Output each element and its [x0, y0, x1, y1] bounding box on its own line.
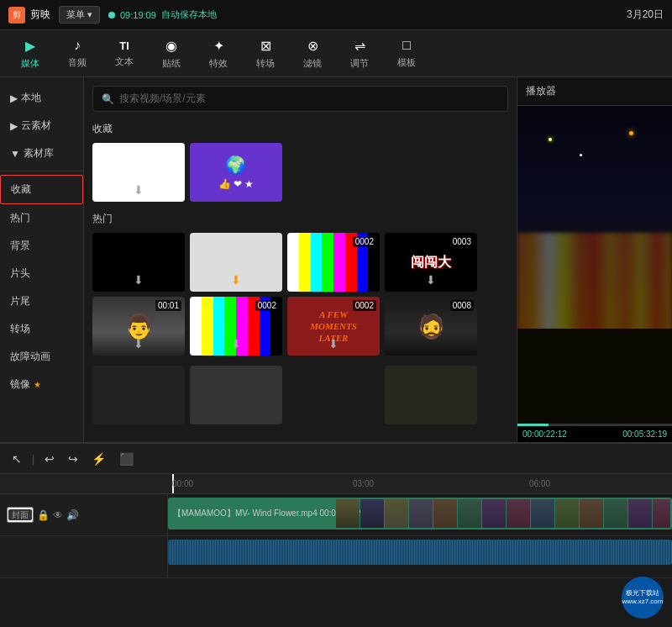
list-item[interactable]: ⬇	[92, 143, 185, 202]
audio-clip[interactable]	[168, 540, 672, 565]
track-volume-icon[interactable]: 🔊	[66, 509, 79, 521]
timeline-area: ↖ | ↩ ↪ ⚡ ⬛ 00:00 03:00 06:00 封面 🔒 👁 🔊	[0, 442, 672, 627]
tool-adjust-label: 调节	[350, 57, 369, 70]
undo-button[interactable]: ↩	[41, 450, 58, 467]
list-item[interactable]	[385, 366, 477, 424]
item-thumbnail	[287, 366, 380, 424]
preview-title: 播放器	[517, 77, 672, 106]
video-clip[interactable]: 【MAMAMOO】MV- Wind Flower.mp4 00:05:32:19	[168, 498, 672, 530]
tool-effects-label: 特效	[209, 57, 228, 70]
redo-button[interactable]: ↪	[65, 450, 81, 467]
tool-effects[interactable]: ✦ 特效	[197, 34, 240, 74]
track-cover-button[interactable]: 封面	[7, 507, 34, 523]
sidebar-local-label: 本地	[21, 91, 41, 105]
header-date: 3月20日	[627, 8, 664, 22]
item-thumbnail	[92, 366, 185, 424]
sidebar: ▶ 本地 ▶ 云素材 ▼ 素材库 收藏 热门 背景 片头 片尾 转场	[0, 77, 84, 442]
sidebar-item-fault-anim[interactable]: 故障动画	[0, 343, 83, 371]
sidebar-hot-label: 热门	[10, 211, 30, 225]
list-item[interactable]: 👨 00:01 ⬇	[92, 297, 185, 356]
list-item[interactable]	[287, 366, 380, 424]
more-grid	[92, 366, 508, 424]
time-badge: 0003	[450, 236, 474, 247]
sidebar-item-intro[interactable]: 片头	[0, 260, 83, 287]
tool-audio[interactable]: ♪ 音频	[55, 34, 99, 74]
tool-transition-label: 转场	[256, 57, 275, 70]
tool-transition[interactable]: ⊠ 转场	[244, 34, 287, 74]
tool-text[interactable]: TI 文本	[102, 34, 146, 74]
list-item[interactable]: 0002 ⬇	[190, 297, 282, 356]
menu-chevron-icon: ▾	[87, 9, 92, 20]
track-eye-icon[interactable]: 👁	[53, 509, 63, 521]
tool-adjust[interactable]: ⇌ 调节	[338, 34, 381, 74]
search-bar[interactable]: 🔍 搜索视频/场景/元素	[92, 86, 508, 112]
header: 剪 剪映 菜单 ▾ 09:19:09 自动保存本地 3月20日	[0, 0, 672, 30]
status-time: 09:19:09	[120, 10, 156, 20]
sidebar-item-library[interactable]: ▼ 素材库	[0, 140, 83, 167]
time-badge: 00:01	[155, 300, 181, 311]
favorites-grid: ⬇ 🌍 👍 ❤ ★	[92, 143, 508, 202]
time-badge: 0002	[255, 300, 279, 311]
sidebar-item-outro[interactable]: 片尾	[0, 287, 83, 315]
track-icons: 封面 🔒 👁 🔊	[7, 507, 79, 523]
list-item[interactable]: ⬇	[92, 233, 185, 292]
cursor-tool-button[interactable]: ↖	[8, 450, 25, 467]
timeline-controls: ↖ | ↩ ↪ ⚡ ⬛	[0, 444, 672, 474]
status-text: 自动保存本地	[161, 8, 217, 21]
adjust-icon: ⇌	[354, 38, 365, 54]
download-icon: ⬇	[134, 183, 144, 197]
trim-button[interactable]: ⬛	[116, 450, 137, 467]
content-panel: 🔍 搜索视频/场景/元素 收藏 ⬇ 🌍 👍 ❤ ★ 热门	[84, 77, 517, 442]
list-item[interactable]	[190, 366, 282, 424]
tool-sticker[interactable]: ◉ 贴纸	[150, 34, 193, 74]
list-item[interactable]: 闯闯大 0003 ⬇	[385, 233, 477, 292]
sidebar-item-background[interactable]: 背景	[0, 232, 83, 260]
sidebar-item-mirror[interactable]: 镜像 ★	[0, 371, 83, 398]
tool-template[interactable]: □ 模板	[385, 34, 428, 74]
logo-area: 剪 剪映	[8, 7, 50, 24]
time-badge: 0002	[353, 300, 376, 311]
ruler-mark-6: 06:00	[529, 479, 550, 488]
tool-text-label: 文本	[115, 55, 134, 68]
sidebar-outro-label: 片尾	[10, 294, 30, 308]
menu-button[interactable]: 菜单 ▾	[59, 6, 100, 24]
list-item[interactable]: 🌍 👍 ❤ ★	[190, 143, 282, 202]
local-arrow-icon: ▶	[10, 92, 18, 104]
sidebar-transition-label: 转场	[10, 322, 30, 336]
item-thumbnail: 🌍 👍 ❤ ★	[190, 143, 282, 202]
list-item[interactable]: A FEWMOMENTSLATER 0002 ⬇	[287, 297, 380, 356]
tool-template-label: 模板	[397, 56, 416, 69]
video-track: 封面 🔒 👁 🔊 【MAMAMOO】MV- Wind Flower.mp4 00…	[0, 494, 672, 536]
sidebar-item-local[interactable]: ▶ 本地	[0, 84, 83, 112]
media-icon: ▶	[25, 38, 35, 54]
split-button[interactable]: ⚡	[88, 450, 109, 467]
preview-timecodes: 00:00:22:12 00:05:32:19	[517, 426, 672, 442]
list-item[interactable]: 0002	[287, 233, 380, 292]
main-area: ▶ 本地 ▶ 云素材 ▼ 素材库 收藏 热门 背景 片头 片尾 转场	[0, 77, 672, 442]
list-item[interactable]: 🧔 0008	[385, 297, 477, 356]
download-icon: ⬇	[134, 273, 144, 287]
time-badge: 0002	[353, 236, 376, 247]
sidebar-mirror-label: 镜像	[10, 377, 30, 392]
tool-media[interactable]: ▶ 媒体	[8, 34, 52, 74]
tool-filter[interactable]: ⊗ 滤镜	[291, 34, 334, 74]
status-dot-icon	[108, 12, 115, 18]
download-icon: ⬇	[426, 273, 436, 287]
sidebar-item-cloud[interactable]: ▶ 云素材	[0, 112, 83, 140]
sidebar-cloud-label: 云素材	[21, 119, 51, 133]
sidebar-divider	[0, 171, 83, 171]
list-item[interactable]: ⬇	[190, 233, 282, 292]
tool-filter-label: 滤镜	[303, 57, 322, 70]
watermark: 极光下载站 www.xz7.com	[622, 577, 664, 619]
download-icon: ⬇	[231, 337, 241, 350]
sidebar-item-favorites[interactable]: 收藏	[0, 175, 83, 204]
track-label-video: 封面 🔒 👁 🔊	[0, 494, 168, 535]
sidebar-item-hot[interactable]: 热门	[0, 204, 83, 232]
sidebar-item-transition[interactable]: 转场	[0, 315, 83, 343]
list-item[interactable]	[92, 366, 185, 424]
effects-icon: ✦	[213, 38, 224, 54]
audio-track	[0, 536, 672, 578]
filter-icon: ⊗	[307, 38, 318, 54]
track-lock-icon[interactable]: 🔒	[37, 509, 50, 521]
app-name: 剪映	[30, 8, 50, 22]
